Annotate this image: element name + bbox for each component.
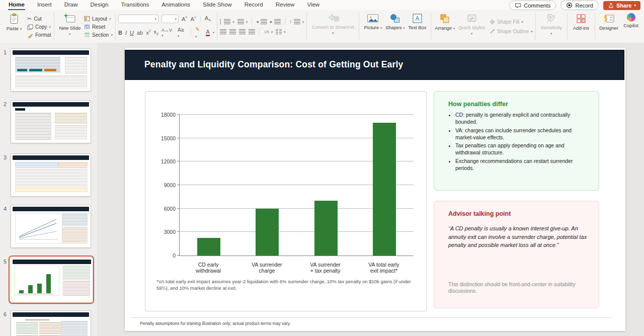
font-color-chevron-icon: ▾ xyxy=(213,31,215,34)
text-box-button[interactable]: A Text Box xyxy=(406,11,428,43)
tab-home[interactable]: Home xyxy=(8,1,25,10)
tab-review[interactable]: Review xyxy=(275,1,295,10)
slide-1-thumbnail[interactable] xyxy=(11,48,91,92)
convert-to-smartart-button[interactable]: Convert to SmartArt ▾ xyxy=(309,11,356,43)
copy-chevron-icon: ▾ xyxy=(49,25,51,29)
slide-miniature xyxy=(11,154,91,196)
justify-button[interactable] xyxy=(249,29,255,34)
layout-label: Layout xyxy=(92,16,107,22)
decrease-font-size-button[interactable]: A˅ xyxy=(190,16,196,22)
justify-icon xyxy=(249,29,255,34)
bar-chart-object[interactable]: 0300060009000120001500018000 CD early wi… xyxy=(145,91,427,311)
columns-icon xyxy=(276,29,282,34)
clear-formatting-button[interactable]: A✎ xyxy=(205,15,211,23)
decrease-indent-button[interactable]: ◂ xyxy=(256,19,267,24)
advisor-panel[interactable]: Advisor talking point “A CD penalty is u… xyxy=(434,201,599,308)
reset-button[interactable]: Reset xyxy=(84,24,113,30)
paste-button[interactable]: Paste ▾ xyxy=(3,11,25,43)
quick-styles-button[interactable]: Quick Styles ▾ xyxy=(456,11,487,43)
shapes-button[interactable]: Shapes ▾ xyxy=(384,11,406,43)
sensitivity-icon xyxy=(546,13,557,24)
designer-button[interactable]: Designer xyxy=(598,11,620,43)
tab-design[interactable]: Design xyxy=(90,1,109,10)
new-slide-label: New Slide xyxy=(59,25,80,31)
arrange-button[interactable]: Arrange ▾ xyxy=(434,11,456,43)
slide-footer-text: Penalty assumptions for training illustr… xyxy=(140,321,291,326)
record-icon xyxy=(566,2,573,9)
format-painter-icon xyxy=(27,32,33,38)
tab-transitions[interactable]: Transitions xyxy=(120,1,149,10)
picture-button[interactable]: Picture ▾ xyxy=(362,11,384,43)
slide-6-thumbnail[interactable] xyxy=(11,310,91,336)
align-right-button[interactable] xyxy=(239,29,246,34)
highlight-pen-button[interactable]: ✎ ▾ xyxy=(195,26,203,39)
x-axis-category-label: VA total early exit impact* xyxy=(356,262,412,274)
font-name-select[interactable]: ▾ xyxy=(118,15,158,23)
font-color-button[interactable]: A xyxy=(206,29,209,36)
bold-button[interactable]: B xyxy=(118,30,122,36)
line-spacing-button[interactable]: ↕ ▾ xyxy=(289,19,304,24)
subscript-button[interactable]: x2 xyxy=(154,29,158,36)
align-left-button[interactable] xyxy=(220,29,226,34)
sensitivity-button[interactable]: Sensitivity ▾ xyxy=(538,11,565,43)
tab-view[interactable]: View xyxy=(306,1,320,10)
comments-button[interactable]: Comments xyxy=(509,1,556,10)
shape-outline-button[interactable]: Shape Outline ▾ xyxy=(490,29,533,34)
slide-miniature xyxy=(11,101,91,143)
slide-5-thumbnail-selected[interactable] xyxy=(9,256,94,304)
font-size-select[interactable]: ▾ xyxy=(162,15,179,23)
slide-5-canvas[interactable]: Penalty and Liquidity Comparison: Cost o… xyxy=(125,48,625,331)
bullets-button[interactable]: ▾ xyxy=(220,19,234,24)
slide-3-thumbnail[interactable] xyxy=(11,153,91,197)
cut-button[interactable]: ✂Cut xyxy=(27,16,51,22)
change-case-button[interactable]: Aa ▾ xyxy=(178,27,187,38)
ribbon: Paste ▾ ✂Cut Copy ▾ Format New Slide ▾ L… xyxy=(0,10,644,44)
columns-button[interactable]: ▾ xyxy=(276,29,286,34)
slide-4-thumbnail[interactable] xyxy=(11,205,91,248)
bullet-item: CD: penalty is generally explicit and co… xyxy=(455,112,589,126)
shape-outline-label: Shape Outline xyxy=(497,29,529,34)
copilot-button[interactable]: Copilot xyxy=(620,11,642,43)
chart-categories: CD early withdrawalVA surrender chargeVA… xyxy=(179,262,413,274)
section-button[interactable]: Section ▾ xyxy=(84,32,113,38)
line-spacing-icon: ↕ xyxy=(289,19,292,24)
tab-animations[interactable]: Animations xyxy=(161,1,191,10)
numbering-button[interactable]: ▾ xyxy=(237,19,248,24)
add-ins-button[interactable]: Add-ins xyxy=(570,11,592,43)
record-button[interactable]: Record xyxy=(560,1,598,10)
underline-button[interactable]: U xyxy=(130,30,134,36)
shape-fill-icon xyxy=(490,19,495,25)
text-direction-button[interactable]: ↕A ▾ xyxy=(264,29,273,34)
slide-2-thumbnail[interactable] xyxy=(11,100,91,143)
format-painter-button[interactable]: Format xyxy=(27,32,51,38)
superscript-button[interactable]: x2 xyxy=(146,29,150,36)
quick-styles-icon xyxy=(466,13,477,24)
align-right-icon xyxy=(239,29,246,34)
copy-icon xyxy=(27,24,33,30)
align-center-button[interactable] xyxy=(229,29,236,34)
layout-icon xyxy=(84,16,90,22)
penalties-panel[interactable]: How penalties differ CD: penalty is gene… xyxy=(434,91,599,191)
slide-title-bar[interactable]: Penalty and Liquidity Comparison: Cost o… xyxy=(125,50,624,80)
comments-icon xyxy=(515,3,521,9)
copilot-label: Copilot xyxy=(623,23,638,29)
character-spacing-button[interactable]: A↔V ▾ xyxy=(162,28,175,38)
new-slide-button[interactable]: New Slide ▾ xyxy=(57,11,83,43)
advisor-heading: Advisor talking point xyxy=(434,201,599,217)
tab-slide-show[interactable]: Slide Show xyxy=(202,1,232,10)
comments-label: Comments xyxy=(524,3,550,9)
layout-button[interactable]: Layout ▾ xyxy=(84,16,113,22)
tab-insert[interactable]: Insert xyxy=(37,1,52,10)
shape-fill-button[interactable]: Shape Fill ▾ xyxy=(490,19,533,25)
chart-bar xyxy=(373,123,396,256)
scissors-icon: ✂ xyxy=(27,16,32,22)
strikethrough-button[interactable]: ab xyxy=(137,30,143,36)
increase-font-size-button[interactable]: A˄ xyxy=(182,16,187,22)
copy-button[interactable]: Copy ▾ xyxy=(27,24,51,30)
tab-record[interactable]: Record xyxy=(244,1,264,10)
italic-button[interactable]: I xyxy=(125,30,127,36)
increase-indent-button[interactable]: ▸ xyxy=(270,19,281,24)
tab-draw[interactable]: Draw xyxy=(64,1,78,10)
x-axis-category-label: VA surrender charge xyxy=(239,262,294,274)
share-button[interactable]: Share ▾ xyxy=(603,1,640,10)
